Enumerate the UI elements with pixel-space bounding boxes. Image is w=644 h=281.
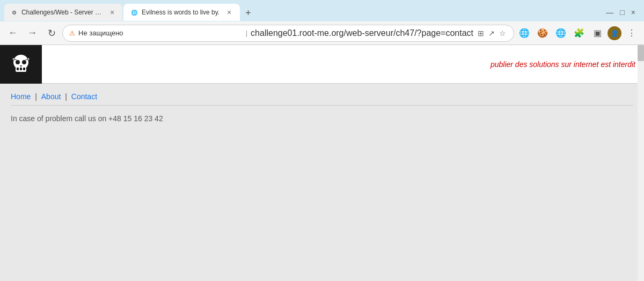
site-body: Home | About | Contact In case of proble… — [0, 84, 644, 281]
tab2-close[interactable]: × — [225, 8, 233, 17]
security-text: Не защищено — [78, 29, 243, 37]
browser-chrome: ⚙ Challenges/Web - Server : PHP - × 🌐 Ev… — [0, 0, 644, 45]
svg-point-3 — [22, 60, 26, 64]
page-content: publier des solutions sur internet est i… — [0, 45, 644, 281]
nav-link-about[interactable]: About — [41, 92, 61, 101]
tab1-close[interactable]: × — [108, 8, 116, 17]
tab2-title: Evilness is words to live by. — [142, 9, 219, 16]
menu-button[interactable]: ⋮ — [624, 25, 640, 41]
address-separator: | — [246, 29, 247, 37]
tab1-favicon: ⚙ — [11, 8, 18, 17]
cookie-icon[interactable]: 🍪 — [535, 25, 551, 41]
svg-rect-4 — [17, 68, 19, 70]
address-bar[interactable]: ⚠ Не защищено | challenge01.root-me.org/… — [62, 25, 514, 42]
site-header: publier des solutions sur internet est i… — [0, 45, 644, 84]
site-logo-area — [0, 45, 42, 84]
address-actions: ⊞ ↗ ☆ — [477, 28, 507, 39]
window-controls: — □ × — [602, 8, 640, 17]
scrollbar-thumb[interactable] — [638, 45, 644, 61]
sidebar-icon[interactable]: ▣ — [589, 25, 605, 41]
nav-link-home[interactable]: Home — [11, 92, 31, 101]
minimize-button[interactable]: — — [606, 8, 613, 17]
svg-point-2 — [16, 60, 20, 64]
svg-point-9 — [12, 58, 14, 60]
close-window-button[interactable]: × — [631, 8, 635, 17]
reload-button[interactable]: ↻ — [43, 25, 60, 42]
nav-link-contact[interactable]: Contact — [71, 92, 97, 101]
security-warning-icon: ⚠ — [69, 29, 75, 37]
tab1-title: Challenges/Web - Server : PHP - — [21, 9, 103, 16]
globe-icon[interactable]: 🌐 — [516, 25, 532, 41]
svg-rect-6 — [23, 68, 25, 70]
svg-rect-5 — [20, 68, 22, 70]
warning-text: publier des solutions sur internet est i… — [491, 60, 635, 69]
tabs-area: ⚙ Challenges/Web - Server : PHP - × 🌐 Ev… — [4, 4, 602, 21]
translate2-icon[interactable]: 🌐 — [553, 25, 569, 41]
maximize-button[interactable]: □ — [620, 8, 624, 17]
nav-right-icons: 🌐 🍪 🌐 🧩 ▣ 👤 ⋮ — [516, 25, 640, 41]
svg-point-10 — [27, 58, 30, 60]
site-nav-links: Home | About | Contact — [11, 92, 633, 106]
puzzle-icon[interactable]: 🧩 — [571, 25, 587, 41]
nav-sep-1: | — [35, 92, 39, 101]
nav-sep-2: | — [65, 92, 69, 101]
scrollbar[interactable] — [638, 45, 644, 281]
back-button[interactable]: ← — [4, 25, 21, 42]
navigation-bar: ← → ↻ ⚠ Не защищено | challenge01.root-m… — [0, 21, 644, 45]
bookmark-icon[interactable]: ☆ — [498, 28, 507, 39]
contact-text: In case of problem call us on +48 15 16 … — [11, 114, 633, 123]
tab-1[interactable]: ⚙ Challenges/Web - Server : PHP - × — [4, 4, 122, 21]
title-bar: ⚙ Challenges/Web - Server : PHP - × 🌐 Ev… — [0, 0, 644, 21]
tab2-favicon: 🌐 — [130, 8, 138, 17]
address-url: challenge01.root-me.org/web-serveur/ch47… — [251, 28, 473, 38]
forward-button[interactable]: → — [24, 25, 41, 42]
tab-2[interactable]: 🌐 Evilness is words to live by. × — [123, 4, 240, 21]
profile-avatar[interactable]: 👤 — [608, 26, 621, 40]
translate-icon[interactable]: ⊞ — [477, 28, 485, 39]
skull-icon — [8, 51, 34, 77]
share-icon[interactable]: ↗ — [487, 28, 496, 39]
new-tab-button[interactable]: + — [241, 5, 255, 21]
